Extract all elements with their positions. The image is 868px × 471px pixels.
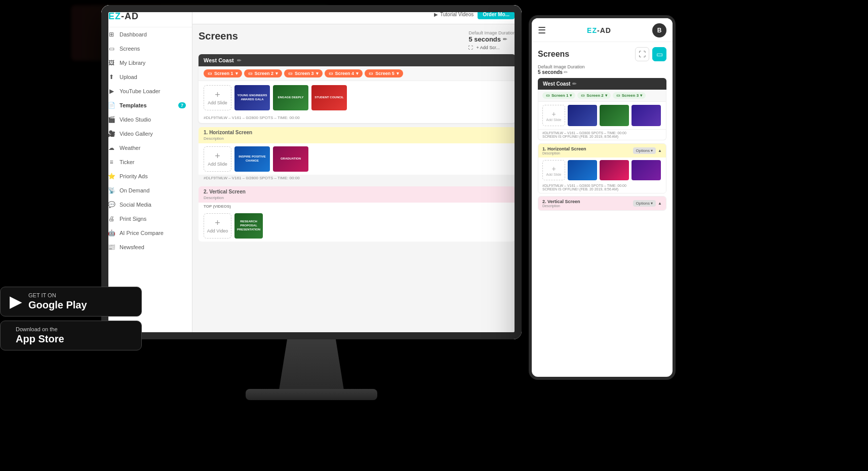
slides-row: + Add Slide YOUNG ENGINEERS AWARDS GALA … <box>199 81 516 114</box>
sidebar-item-social-media[interactable]: 💬 Social Media <box>101 198 192 212</box>
screen-tab-5[interactable]: ▭Screen 5▾ <box>365 69 403 77</box>
mobile-playlist-vertical: 2. Vertical Screen Description Options ▾… <box>538 196 666 211</box>
mobile-pl-thumb-h3 <box>632 160 661 180</box>
page-title: Screens <box>199 30 238 42</box>
add-screen-btn[interactable]: + Add Scr... <box>476 45 499 50</box>
mobile-screen-tabs: ▭Screen 1▾ ▭Screen 2▾ ▭Screen 3▾ <box>538 90 666 102</box>
mobile-slide-1 <box>568 105 597 126</box>
tutorial-button[interactable]: ▶ Tutorial Videos <box>434 12 474 17</box>
upload-icon: ⬆ <box>107 73 115 81</box>
mobile-expand-icon[interactable]: ⛶ <box>635 47 649 61</box>
topbar: ▶ Tutorial Videos Order Mo... <box>192 5 522 24</box>
playlist-desc-1: Description <box>204 136 224 141</box>
sidebar-item-ticker[interactable]: ≡ Ticker <box>101 155 192 169</box>
mobile-edit-duration[interactable]: ✏ <box>564 69 568 75</box>
mobile-west-coast-group: West Coast ✏ ▭Screen 1▾ ▭Screen 2▾ ▭Scre… <box>538 78 666 140</box>
mobile-slides-row: + Add Slide <box>538 102 666 130</box>
mobile-duration: Default Image Duration 5 seconds ✏ <box>538 64 666 75</box>
main-content: ▶ Tutorial Videos Order Mo... Screens De… <box>192 5 522 339</box>
sidebar-item-newsfeed[interactable]: 📰 Newsfeed <box>101 240 192 254</box>
mobile-content: Screens ⛶ ▭ Default Image Duration 5 sec… <box>532 42 673 374</box>
mobile-screen-icon[interactable]: ▭ <box>652 47 666 61</box>
playlist-title-2: Vertical Screen <box>209 189 246 194</box>
image-duration: 5 seconds ✏ <box>468 35 516 43</box>
mobile-logo: EZ-AD <box>587 26 611 34</box>
mobile-slide-3 <box>632 105 661 126</box>
group-header: West Coast ✏ <box>199 54 516 66</box>
edit-group-icon[interactable]: ✏ <box>237 58 241 63</box>
playlist-slides-2: + Add Video RESEARCH PROPOSAL PRESENTATI… <box>199 210 516 242</box>
youtube-icon: ▶ <box>107 88 115 95</box>
mobile-tab-3[interactable]: ▭Screen 3▾ <box>613 92 646 99</box>
v-slide-1: RESEARCH PROPOSAL PRESENTATION <box>234 213 263 239</box>
sidebar-item-priority-ads[interactable]: ⭐ Priority Ads <box>101 169 192 183</box>
templates-badge: 7 <box>178 102 186 108</box>
google-play-button[interactable]: ▶ GET IT ON Google Play <box>0 287 142 317</box>
sidebar-item-video-gallery[interactable]: 🎥 Video Gallery <box>101 127 192 141</box>
mobile-playlist-header-h: 1. Horizontal Screen Description Options… <box>538 144 666 158</box>
on-demand-icon: 📡 <box>107 187 115 194</box>
mobile-pl-slides-h: + Add Slide <box>538 158 666 183</box>
playlist-slides-1: + Add Slide INSPIRE POSITIVE CHANGE GRAD… <box>199 143 516 175</box>
expand-icon[interactable]: ⛶ <box>468 45 473 50</box>
west-coast-group: West Coast ✏ ▭Screen 1▾ ▭Screen 2▾ ▭S <box>199 54 516 123</box>
playlist-header-horizontal: 1. Horizontal Screen Description <box>199 127 516 143</box>
edit-duration-icon[interactable]: ✏ <box>503 36 507 42</box>
sidebar-item-templates[interactable]: 📄 Templates 7 <box>101 98 192 112</box>
sidebar-item-screens[interactable]: ▭ Screens <box>101 42 192 56</box>
mobile-add-slide[interactable]: + Add Slide <box>542 105 565 126</box>
app-store-small-text: Download on the <box>16 326 64 333</box>
add-video-vertical[interactable]: + Add Video <box>204 213 231 239</box>
mobile-header-icons: ⛶ ▭ <box>635 47 666 61</box>
google-play-small-text: GET IT ON <box>28 292 87 299</box>
add-slide-button[interactable]: + Add Slide <box>204 85 231 110</box>
screen-tab-4[interactable]: ▭Screen 4▾ <box>325 69 363 77</box>
mobile-menu-icon[interactable]: ☰ <box>538 25 546 36</box>
video-gallery-icon: 🎥 <box>107 130 115 137</box>
mobile-tab-2[interactable]: ▭Screen 2▾ <box>577 92 610 99</box>
collapse-v-icon[interactable]: ▲ <box>658 201 662 206</box>
playlist-title-1: Horizontal Screen <box>209 130 252 135</box>
app-store-button[interactable]: Download on the App Store <box>0 321 142 350</box>
group-name: West Coast <box>204 57 234 63</box>
top-videos-label: TOP (VIDEOS) <box>199 203 516 210</box>
sidebar-item-upload[interactable]: ⬆ Upload <box>101 70 192 84</box>
screen-tab-3[interactable]: ▭Screen 3▾ <box>284 69 323 77</box>
mobile-pl-thumb-h2 <box>600 160 629 180</box>
options-button-v[interactable]: Options ▾ <box>633 200 656 207</box>
sidebar-item-on-demand[interactable]: 📡 On Demand <box>101 183 192 198</box>
mobile-group-name: West Coast <box>543 81 570 87</box>
add-slide-horizontal[interactable]: + Add Slide <box>204 146 231 172</box>
slide-thumb-2: ENGAGE DEEPLY <box>273 85 308 110</box>
sidebar-item-print-signs[interactable]: 🖨 Print Signs <box>101 212 192 226</box>
sidebar-item-youtube[interactable]: ▶ YouTube Loader <box>101 84 192 98</box>
monitor-stand <box>271 339 352 390</box>
sidebar-item-ai-price[interactable]: 🤖 AI Price Compare <box>101 226 192 240</box>
sidebar-item-weather[interactable]: ☁ Weather <box>101 141 192 155</box>
sidebar-logo: EZ-AD <box>101 5 192 27</box>
playlist-number-1: 1. <box>204 130 208 135</box>
mobile-tab-1[interactable]: ▭Screen 1▾ <box>542 92 575 99</box>
collapse-h-icon[interactable]: ▲ <box>658 148 662 153</box>
options-button-h[interactable]: Options ▾ <box>633 147 656 154</box>
screens-meta: Default Image Duration 5 seconds ✏ ⛶ + A… <box>468 30 516 50</box>
screen-tab-1[interactable]: ▭Screen 1▾ <box>204 69 242 77</box>
mobile-pl-add-h[interactable]: + Add Slide <box>542 160 565 180</box>
h-slide-2: GRADUATION <box>273 146 308 172</box>
playlist-number-2: 2. <box>204 189 208 194</box>
app-store-large-text: App Store <box>16 333 64 345</box>
screen-tab-2[interactable]: ▭Screen 2▾ <box>244 69 283 77</box>
monitor-base <box>246 389 377 400</box>
screen-info: #DLF9TMLW – V161 – 0/2800 SPOTS – TIME: … <box>199 114 516 123</box>
sidebar-item-dashboard[interactable]: ⊞ Dashboard <box>101 27 192 42</box>
sidebar-item-video-studio[interactable]: 🎬 Video Studio <box>101 112 192 127</box>
mobile-screen-info: #DLF9TMLW – V161 – 0/2800 SPOTS – TIME: … <box>538 130 666 140</box>
sidebar-item-library[interactable]: 🖼 My Library <box>101 56 192 70</box>
mobile-edit-group[interactable]: ✏ <box>572 81 576 87</box>
screens-icon: ▭ <box>107 45 115 52</box>
order-button[interactable]: Order Mo... <box>478 10 515 19</box>
desktop-app: EZ-AD ⊞ Dashboard ▭ Screens 🖼 My Library <box>101 5 522 339</box>
mobile-panel: ☰ EZ-AD B Screens ⛶ ▭ Default Image Dura… <box>529 15 676 380</box>
vertical-screen-section: 2. Vertical Screen Description TOP (VIDE… <box>199 186 516 242</box>
mobile-pl-thumb-h1 <box>568 160 597 180</box>
